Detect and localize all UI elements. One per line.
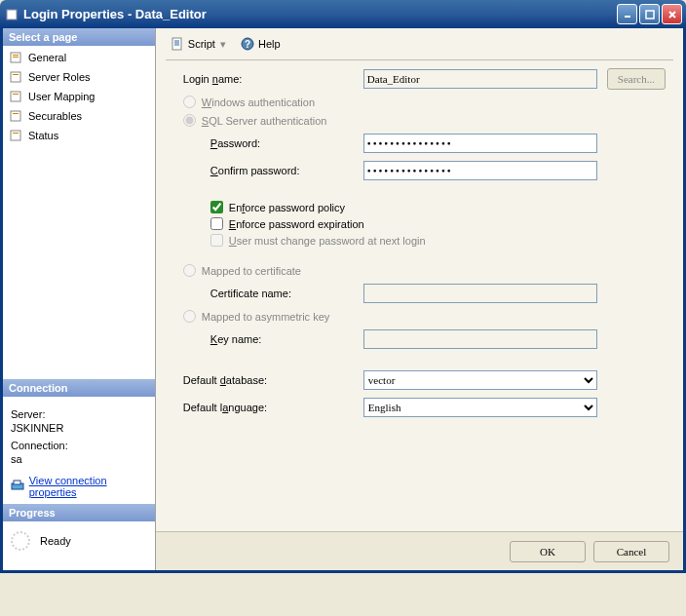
help-icon: ? [240,36,255,52]
svg-rect-14 [11,131,20,140]
svg-rect-9 [13,74,19,75]
enforce-policy-checkbox-row[interactable]: Enforce password policy [173,201,666,213]
login-name-label: Login name: [173,73,363,85]
connection-value: sa [11,453,147,465]
page-securables[interactable]: Securables [3,106,155,126]
toolbar: Script ▾ ? Help [156,28,683,59]
server-label: Server: [11,408,147,420]
must-change-checkbox [210,234,223,247]
mapped-cert-radio-input [183,264,196,277]
password-label: Password: [173,137,363,149]
ok-button[interactable]: OK [510,541,586,562]
page-status[interactable]: Status [3,126,155,145]
svg-text:?: ? [245,39,250,50]
toolbar-divider [166,59,673,60]
page-label: User Mapping [28,91,95,102]
svg-rect-18 [172,38,181,50]
page-icon [9,69,24,85]
page-user-mapping[interactable]: User Mapping [3,87,155,106]
enforce-expiration-checkbox-row[interactable]: Enforce password expiration [173,217,666,230]
must-change-label: User must change password at next login [229,235,426,247]
svg-rect-6 [13,55,19,56]
page-label: General [28,52,66,63]
help-button[interactable]: ? Help [236,34,285,54]
svg-rect-12 [11,111,20,121]
progress-spinner-icon [11,531,30,551]
cancel-button[interactable]: Cancel [593,541,669,562]
key-name-input [363,329,597,349]
page-icon [9,128,24,143]
script-icon [170,36,185,52]
sql-auth-radio-input [183,114,196,127]
page-label: Server Roles [28,71,91,83]
confirm-password-input[interactable] [363,161,597,180]
page-server-roles[interactable]: Server Roles [3,67,155,87]
script-button[interactable]: Script ▾ [166,34,232,54]
page-general[interactable]: General [3,48,155,67]
page-icon [9,50,24,65]
confirm-password-label: Confirm password: [173,165,363,176]
svg-rect-2 [646,11,654,19]
enforce-policy-checkbox[interactable] [210,201,223,213]
titlebar: Login Properties - Data_Editor [0,0,686,28]
window-title: Login Properties - Data_Editor [23,7,617,21]
button-bar: OK Cancel [156,531,683,570]
svg-rect-0 [7,10,17,19]
password-input[interactable] [363,134,597,153]
mapped-cert-radio: Mapped to certificate [173,264,666,277]
enforce-expiration-checkbox[interactable] [210,217,223,230]
key-name-label: Key name: [173,333,363,345]
default-db-select[interactable]: vector [363,370,597,390]
svg-rect-10 [11,92,20,101]
help-label: Help [258,38,281,50]
search-button[interactable]: Search... [607,68,666,90]
close-button[interactable] [662,4,682,24]
cert-name-input [363,284,597,303]
minimize-button[interactable] [617,4,637,24]
windows-auth-radio: Windows authentication [173,96,666,108]
maximize-button[interactable] [639,4,660,24]
dropdown-icon: ▾ [218,38,228,51]
select-page-header: Select a page [3,28,155,46]
mapped-asym-radio: Mapped to asymmetric key [173,310,666,323]
page-label: Securables [28,110,82,122]
page-icon [9,108,24,124]
page-list: General Server Roles User Mapping Secura… [3,46,155,147]
enforce-expiration-label: Enforce password expiration [229,218,364,230]
svg-rect-17 [14,481,20,484]
windows-auth-radio-input [183,96,196,108]
server-value: JSKINNER [11,422,147,434]
default-db-label: Default database: [173,374,363,386]
progress-header: Progress [3,504,155,521]
svg-rect-15 [13,133,19,134]
page-label: Status [28,130,58,141]
left-panel: Select a page General Server Roles User … [3,28,156,570]
default-lang-select[interactable]: English [363,398,597,417]
cert-name-label: Certificate name: [173,288,363,299]
must-change-checkbox-row: User must change password at next login [173,234,666,247]
right-panel: Script ▾ ? Help Login name: Search... Wi… [156,28,683,570]
svg-rect-7 [13,57,19,58]
mapped-asym-radio-input [183,310,196,323]
svg-rect-11 [13,94,19,95]
enforce-policy-label: Enforce password policy [229,202,345,213]
svg-rect-8 [11,72,20,82]
default-lang-label: Default language: [173,402,363,413]
script-label: Script [188,38,215,50]
connection-props-icon [11,479,25,494]
connection-header: Connection [3,379,155,397]
app-icon [4,7,19,22]
svg-rect-13 [13,113,19,114]
login-name-input[interactable] [363,69,597,89]
connection-label: Connection: [11,440,147,451]
view-connection-properties-link[interactable]: View connection properties [29,475,147,498]
progress-status: Ready [40,535,71,547]
sql-auth-radio: SQL Server authentication [173,114,666,127]
page-icon [9,89,24,104]
